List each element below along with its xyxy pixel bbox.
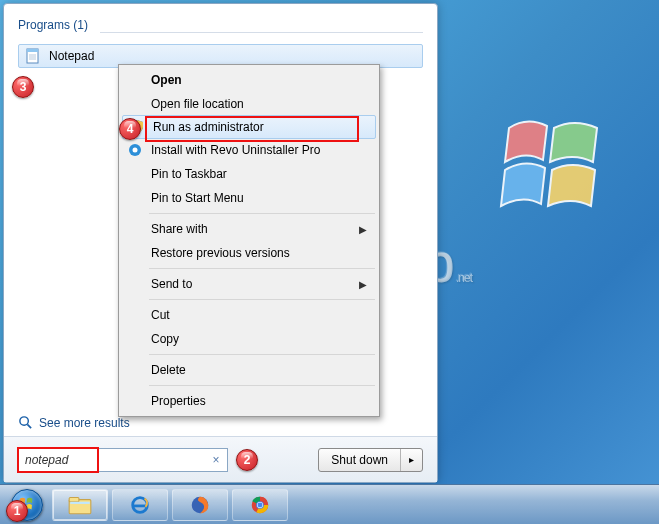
cm-open-file-location[interactable]: Open file location: [121, 92, 377, 116]
chevron-right-icon: ▶: [359, 224, 367, 235]
search-input-container[interactable]: ×: [18, 448, 228, 472]
chevron-right-icon: ▶: [359, 279, 367, 290]
cm-run-as-admin[interactable]: Run as administrator: [122, 115, 376, 139]
callout-4: 4: [119, 118, 141, 140]
cm-share-with[interactable]: Share with▶: [121, 217, 377, 241]
search-result-label: Notepad: [49, 49, 94, 63]
notepad-icon: [25, 48, 41, 64]
divider: [149, 268, 375, 269]
windows-flag-wallpaper: [499, 110, 619, 220]
taskbar-chrome[interactable]: [232, 489, 288, 521]
cm-properties[interactable]: Properties: [121, 389, 377, 413]
cm-cut[interactable]: Cut: [121, 303, 377, 327]
svg-point-8: [133, 148, 138, 153]
svg-rect-1: [27, 49, 38, 52]
revo-icon: [127, 142, 143, 158]
cm-pin-taskbar[interactable]: Pin to Taskbar: [121, 162, 377, 186]
svg-point-5: [20, 417, 28, 425]
cm-copy[interactable]: Copy: [121, 327, 377, 351]
svg-line-6: [27, 424, 31, 428]
watermark-suffix: .net: [456, 271, 472, 285]
see-more-results[interactable]: See more results: [18, 415, 130, 430]
see-more-results-label: See more results: [39, 416, 130, 430]
taskbar: 1: [0, 484, 659, 524]
shutdown-label: Shut down: [319, 449, 400, 471]
divider: [149, 213, 375, 214]
search-input[interactable]: [25, 453, 203, 467]
shutdown-button[interactable]: Shut down ▸: [318, 448, 423, 472]
divider: [149, 299, 375, 300]
taskbar-explorer[interactable]: [52, 489, 108, 521]
cm-send-to[interactable]: Send to▶: [121, 272, 377, 296]
shutdown-menu-arrow[interactable]: ▸: [400, 449, 422, 471]
context-menu: Open Open file location Run as administr…: [118, 64, 380, 417]
cm-revo-install[interactable]: Install with Revo Uninstaller Pro: [121, 138, 377, 162]
svg-rect-10: [69, 497, 79, 501]
callout-1: 1: [6, 500, 28, 522]
callout-2: 2: [236, 449, 258, 471]
cm-pin-startmenu[interactable]: Pin to Start Menu: [121, 186, 377, 210]
taskbar-ie[interactable]: [112, 489, 168, 521]
cm-restore-versions[interactable]: Restore previous versions: [121, 241, 377, 265]
cm-delete[interactable]: Delete: [121, 358, 377, 382]
divider: [149, 385, 375, 386]
divider: [100, 32, 423, 33]
callout-3: 3: [12, 76, 34, 98]
divider: [149, 354, 375, 355]
cm-open[interactable]: Open: [121, 68, 377, 92]
clear-search-icon[interactable]: ×: [209, 453, 223, 467]
taskbar-firefox[interactable]: [172, 489, 228, 521]
search-icon: [18, 415, 33, 430]
section-label: Programs (1): [18, 18, 88, 32]
svg-rect-11: [70, 501, 90, 503]
svg-point-17: [258, 502, 263, 507]
